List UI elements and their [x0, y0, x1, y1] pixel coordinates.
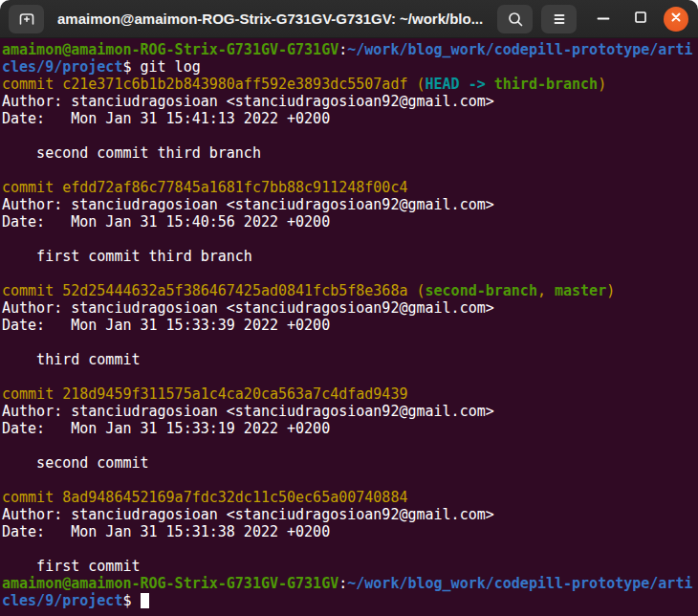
- menu-button[interactable]: [541, 5, 577, 33]
- terminal-line: [2, 368, 698, 385]
- terminal-text-segment: commit 52d25444632a5f386467425ad0841fcb5…: [2, 282, 425, 299]
- terminal-line: [2, 231, 698, 248]
- terminal-screen[interactable]: amaimon@amaimon-ROG-Strix-G731GV-G731GV:…: [0, 38, 698, 616]
- maximize-button[interactable]: [626, 5, 655, 33]
- terminal-text-segment: ,: [537, 282, 555, 299]
- new-tab-button[interactable]: [9, 5, 44, 33]
- terminal-line: cles/9/project$: [2, 592, 698, 609]
- terminal-text-segment: third commit: [2, 351, 141, 368]
- terminal-text-segment: amaimon@amaimon-ROG-Strix-G731GV-G731GV: [2, 575, 338, 592]
- terminal-line: [2, 472, 698, 489]
- terminal-text-segment: first commit: [2, 558, 141, 575]
- terminal-text-segment: HEAD ->: [425, 76, 494, 93]
- terminal-line: third commit: [2, 351, 698, 368]
- terminal-line: cles/9/project$ git log: [2, 58, 698, 76]
- terminal-text-segment: Date: Mon Jan 31 15:40:56 2022 +0200: [2, 213, 330, 231]
- terminal-text-segment: Author: stanciudragosioan <stanciudragos…: [2, 93, 494, 110]
- terminal-text-segment: ): [598, 76, 606, 93]
- terminal-line: amaimon@amaimon-ROG-Strix-G731GV-G731GV:…: [2, 41, 698, 58]
- new-tab-icon: [16, 9, 37, 30]
- terminal-text-segment: commit c21e371c6b1b2b843980aff592e3893dc…: [2, 76, 425, 93]
- terminal-line: commit 52d25444632a5f386467425ad0841fcb5…: [2, 282, 698, 299]
- menu-icon: [549, 9, 570, 30]
- terminal-text-segment: third-branch: [494, 76, 598, 93]
- terminal-text-segment: first commit third branch: [2, 248, 252, 265]
- terminal-line: commit efdd72af86c77845a1681fc7bb88c9112…: [2, 179, 698, 196]
- terminal-line: Author: stanciudragosioan <stanciudragos…: [2, 299, 698, 317]
- terminal-text-segment: ~/work/blog_work/codepill-prototype/arti: [347, 575, 692, 592]
- terminal-line: [2, 540, 698, 558]
- terminal-text-segment: master: [555, 282, 606, 299]
- terminal-line: Author: stanciudragosioan <stanciudragos…: [2, 93, 698, 110]
- terminal-text-segment: Author: stanciudragosioan <stanciudragos…: [2, 299, 494, 317]
- search-button[interactable]: [497, 5, 533, 33]
- titlebar[interactable]: amaimon@amaimon-ROG-Strix-G731GV-G731GV:…: [0, 0, 698, 38]
- terminal-line: commit 218d9459f311575a1c4ca20ca563a7c4d…: [2, 385, 698, 403]
- minimize-button[interactable]: [589, 5, 618, 33]
- search-icon: [505, 9, 526, 30]
- terminal-text-segment: commit 8ad9486452169a7fdc32dc11c50ec65a0…: [2, 489, 407, 506]
- terminal-text-segment: :: [338, 575, 347, 592]
- terminal-line: [2, 162, 698, 179]
- terminal-text-segment: Date: Mon Jan 31 15:31:38 2022 +0200: [2, 523, 330, 540]
- terminal-text-segment: ~/work/blog_work/codepill-prototype/arti: [347, 41, 692, 58]
- terminal-text-segment: second-branch: [425, 282, 537, 299]
- terminal-cursor: [141, 593, 149, 608]
- terminal-text-segment: Author: stanciudragosioan <stanciudragos…: [2, 506, 494, 523]
- terminal-text-segment: amaimon@amaimon-ROG-Strix-G731GV-G731GV: [2, 41, 338, 58]
- terminal-text-segment: commit 218d9459f311575a1c4ca20ca563a7c4d…: [2, 385, 407, 403]
- terminal-line: commit c21e371c6b1b2b843980aff592e3893dc…: [2, 76, 698, 93]
- terminal-line: Date: Mon Jan 31 15:33:39 2022 +0200: [2, 317, 698, 334]
- minimize-icon: [593, 7, 614, 31]
- terminal-line: first commit third branch: [2, 248, 698, 265]
- terminal-line: [2, 265, 698, 282]
- terminal-text-segment: Date: Mon Jan 31 15:41:13 2022 +0200: [2, 110, 330, 127]
- terminal-line: Date: Mon Jan 31 15:33:19 2022 +0200: [2, 420, 698, 437]
- terminal-window: amaimon@amaimon-ROG-Strix-G731GV-G731GV:…: [0, 0, 698, 616]
- terminal-text-segment: Author: stanciudragosioan <stanciudragos…: [2, 403, 494, 420]
- terminal-text-segment: ): [606, 282, 615, 299]
- terminal-text-segment: Date: Mon Jan 31 15:33:39 2022 +0200: [2, 317, 330, 334]
- terminal-text-segment: cles/9/project: [2, 592, 122, 609]
- terminal-text-segment: Date: Mon Jan 31 15:33:19 2022 +0200: [2, 420, 330, 437]
- terminal-line: [2, 334, 698, 351]
- terminal-line: Date: Mon Jan 31 15:31:38 2022 +0200: [2, 523, 698, 540]
- terminal-line: Date: Mon Jan 31 15:41:13 2022 +0200: [2, 110, 698, 127]
- terminal-line: amaimon@amaimon-ROG-Strix-G731GV-G731GV:…: [2, 575, 698, 592]
- terminal-text-segment: cles/9/project: [2, 58, 122, 76]
- terminal-text-segment: $ git log: [122, 58, 200, 76]
- terminal-line: commit 8ad9486452169a7fdc32dc11c50ec65a0…: [2, 489, 698, 506]
- terminal-text-segment: $: [122, 592, 140, 609]
- terminal-text-segment: Author: stanciudragosioan <stanciudragos…: [2, 196, 494, 213]
- terminal-line: Author: stanciudragosioan <stanciudragos…: [2, 196, 698, 213]
- close-icon: [668, 10, 684, 28]
- terminal-line: Author: stanciudragosioan <stanciudragos…: [2, 403, 698, 420]
- terminal-line: [2, 437, 698, 454]
- terminal-line: [2, 127, 698, 144]
- terminal-text-segment: second commit: [2, 454, 149, 472]
- close-button[interactable]: [664, 7, 688, 32]
- terminal-text-segment: commit efdd72af86c77845a1681fc7bb88c9112…: [2, 179, 407, 196]
- terminal-text-segment: :: [338, 41, 347, 58]
- terminal-line: first commit: [2, 558, 698, 575]
- terminal-line: second commit third branch: [2, 144, 698, 162]
- terminal-line: second commit: [2, 454, 698, 472]
- window-title: amaimon@amaimon-ROG-Strix-G731GV-G731GV:…: [57, 11, 490, 27]
- terminal-text-segment: second commit third branch: [2, 144, 261, 162]
- terminal-line: Author: stanciudragosioan <stanciudragos…: [2, 506, 698, 523]
- maximize-icon: [630, 7, 651, 31]
- terminal-line: Date: Mon Jan 31 15:40:56 2022 +0200: [2, 213, 698, 231]
